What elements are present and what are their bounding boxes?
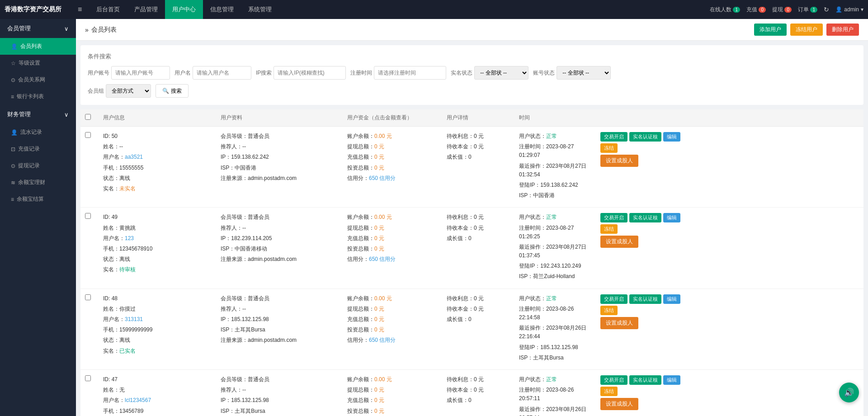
withdraw-val[interactable]: 0 元 — [374, 143, 384, 150]
sidebar-item-yuebao-settle[interactable]: ≡ 余额宝结算 — [0, 191, 76, 208]
add-user-button[interactable]: 添加用户 — [754, 24, 787, 36]
withdraw-badge: 0 — [784, 7, 792, 13]
search-button-label: 搜索 — [171, 87, 182, 95]
action-cell: 交易开启 实名认证核 编辑 冻结 设置成股人 — [596, 375, 686, 410]
header-time: 时间 — [514, 114, 596, 122]
set-shareholder-button[interactable]: 设置成股人 — [600, 155, 638, 167]
freeze-button[interactable]: 冻结 — [600, 143, 618, 153]
sidebar-item-level-settings[interactable]: ☆ 等级设置 — [0, 55, 76, 71]
freeze-button[interactable]: 冻结 — [600, 306, 618, 315]
search-button[interactable]: 🔍 搜索 — [156, 84, 189, 98]
nav-item-products[interactable]: 产品管理 — [127, 0, 165, 19]
member-group-select[interactable]: 全部方式 — [106, 84, 151, 98]
sidebar-section-members[interactable]: 会员管理 ∨ — [0, 19, 76, 38]
user-status-display: 用户状态：正常 — [519, 213, 591, 222]
trade-open-button[interactable]: 交易开启 — [600, 213, 627, 222]
sidebar-item-yuebao[interactable]: ≋ 余额宝理财 — [0, 174, 76, 191]
invest-val[interactable]: 0 元 — [374, 246, 384, 252]
username-link[interactable]: 123 — [125, 235, 134, 241]
recharge-val[interactable]: 0 元 — [374, 235, 384, 241]
table-header: 用户信息 用户资料 用户资金（点击金额查看） 用户详情 时间 — [80, 109, 863, 127]
admin-menu[interactable]: 👤 admin ▾ — [835, 6, 863, 13]
hamburger-menu[interactable]: ≡ — [71, 0, 89, 19]
reg-time-input[interactable] — [374, 66, 446, 80]
real-verify-button[interactable]: 实名认证核 — [629, 132, 661, 142]
invest-val[interactable]: 0 元 — [374, 326, 384, 333]
balance: 账户余额：0.00 元 — [347, 294, 438, 303]
sidebar-item-bank-cards[interactable]: ≡ 银行卡列表 — [0, 88, 76, 105]
breadcrumb-text: 会员列表 — [91, 26, 117, 34]
account-status-select[interactable]: -- 全部状 -- — [557, 66, 611, 80]
nav-item-system[interactable]: 系统管理 — [241, 0, 279, 19]
row-actions: 交易开启 实名认证核 编辑 冻结 设置成股人 — [600, 132, 682, 167]
row-checkbox-input[interactable] — [85, 375, 91, 381]
row-checkbox-input[interactable] — [85, 132, 91, 138]
sidebar-item-label: 流水记录 — [20, 128, 42, 136]
edit-button[interactable]: 编辑 — [663, 132, 680, 142]
select-all-checkbox[interactable] — [85, 114, 91, 120]
invest: 投资总额：0 元 — [347, 326, 438, 334]
trade-open-button[interactable]: 交易开启 — [600, 132, 627, 142]
star-icon: ☆ — [11, 60, 16, 66]
withdraw-val[interactable]: 0 元 — [374, 306, 384, 312]
real-verify-button[interactable]: 实名认证核 — [629, 294, 661, 304]
freeze-user-button[interactable]: 冻结用户 — [790, 24, 823, 36]
set-shareholder-button[interactable]: 设置成股人 — [600, 398, 638, 410]
real-status-select[interactable]: -- 全部状 -- — [474, 66, 528, 80]
login-isp: ISP：土耳其Bursa — [519, 354, 591, 362]
float-action-button[interactable]: 🔊 — [839, 383, 859, 402]
sidebar-item-recharge-record[interactable]: ⊡ 充值记录 — [0, 141, 76, 157]
nav-item-dashboard[interactable]: 后台首页 — [89, 0, 127, 19]
balance-val[interactable]: 0.00 元 — [374, 295, 392, 302]
sidebar-section-finance[interactable]: 财务管理 ∨ — [0, 105, 76, 124]
real-verify-button[interactable]: 实名认证核 — [629, 213, 661, 222]
edit-button[interactable]: 编辑 — [663, 213, 680, 222]
balance-val[interactable]: 0.00 元 — [374, 133, 392, 139]
refresh-icon[interactable]: ↻ — [824, 6, 829, 13]
freeze-button[interactable]: 冻结 — [600, 224, 618, 234]
trade-open-button[interactable]: 交易开启 — [600, 375, 627, 385]
recharge-val[interactable]: 0 元 — [374, 316, 384, 322]
credit: 信用分：650 信用分 — [347, 174, 438, 183]
ip-input[interactable] — [274, 66, 346, 80]
sidebar-item-flow-record[interactable]: 👤 流水记录 — [0, 124, 76, 141]
recharge-val[interactable]: 0 元 — [374, 397, 384, 403]
reg-time-val: 2023-08-27 01:29:07 — [519, 143, 574, 158]
sidebar-item-label: 余额宝结算 — [17, 195, 44, 203]
time-cell: 用户状态：正常 注册时间：2023-08-27 01:29:07 最近操作：20… — [514, 132, 596, 202]
row-checkbox-input[interactable] — [85, 294, 91, 300]
edit-button[interactable]: 编辑 — [663, 375, 680, 385]
sidebar-item-member-network[interactable]: ⊙ 会员关系网 — [0, 71, 76, 88]
nav-item-users[interactable]: 用户中心 — [165, 0, 203, 19]
username-link[interactable]: lcl1234567 — [125, 397, 151, 403]
user-status-val: 正常 — [546, 376, 557, 383]
row-checkbox-input[interactable] — [85, 213, 91, 219]
realname-value: 已实名 — [119, 348, 136, 354]
withdraw-val[interactable]: 0 元 — [374, 387, 384, 393]
set-shareholder-button[interactable]: 设置成股人 — [600, 236, 638, 248]
withdraw-count[interactable]: 提现 0 — [772, 6, 792, 14]
recharge-count[interactable]: 充值 0 — [746, 6, 766, 14]
account-input[interactable] — [111, 66, 170, 80]
edit-button[interactable]: 编辑 — [663, 294, 680, 304]
invest-val[interactable]: 0 元 — [374, 408, 384, 414]
member-level: 会员等级：普通会员 — [221, 375, 338, 384]
username-input[interactable] — [193, 66, 251, 80]
real-verify-button[interactable]: 实名认证核 — [629, 375, 661, 385]
recharge-val[interactable]: 0 元 — [374, 154, 384, 160]
username-link[interactable]: 313131 — [125, 316, 143, 322]
trade-open-button[interactable]: 交易开启 — [600, 294, 627, 304]
order-count[interactable]: 订单 1 — [798, 6, 817, 14]
nav-item-info[interactable]: 信息管理 — [203, 0, 241, 19]
balance-val[interactable]: 0.00 元 — [374, 376, 392, 383]
set-shareholder-button[interactable]: 设置成股人 — [600, 317, 638, 329]
balance-val[interactable]: 0.00 元 — [374, 214, 392, 220]
sidebar-item-withdraw-record[interactable]: ⊙ 提现记录 — [0, 157, 76, 174]
invest-val[interactable]: 0 元 — [374, 165, 384, 171]
username-link[interactable]: aa3521 — [125, 154, 143, 160]
sidebar-item-member-list[interactable]: 👤 会员列表 — [0, 38, 76, 55]
freeze-button[interactable]: 冻结 — [600, 387, 618, 396]
withdraw-val[interactable]: 0 元 — [374, 225, 384, 231]
login-isp-val: 中国香港 — [533, 192, 555, 199]
delete-user-button[interactable]: 删除用户 — [826, 24, 859, 36]
